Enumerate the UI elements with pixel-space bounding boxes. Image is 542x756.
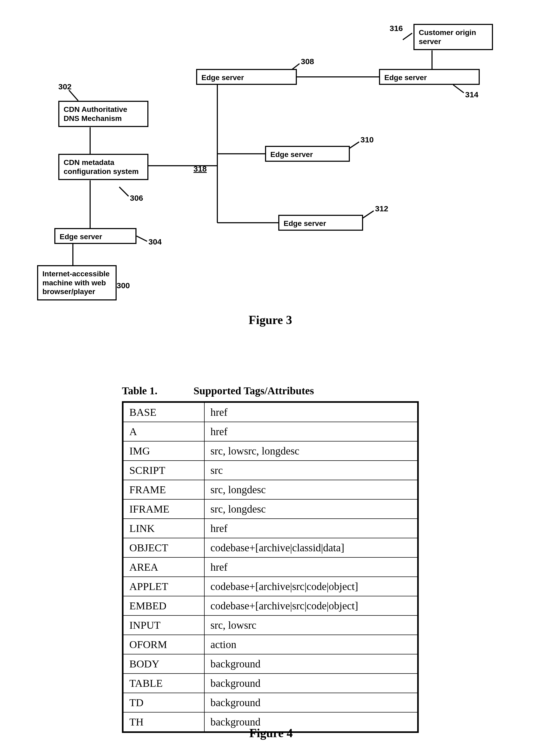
table-row: SCRIPTsrc [123, 461, 418, 480]
cell-attrs: background [204, 693, 418, 712]
table-row: BASEhref [123, 402, 418, 422]
cell-attrs: codebase+[archive|src|code|object] [204, 577, 418, 596]
box-edge-304: Edge server [54, 228, 137, 244]
cell-attrs: codebase+[archive|classid|data] [204, 538, 418, 557]
cell-attrs: codebase+[archive|src|code|object] [204, 596, 418, 615]
cell-tag: BODY [123, 654, 204, 674]
ref-312: 312 [375, 204, 388, 213]
cell-tag: IMG [123, 441, 204, 461]
box-edge-308-text: Edge server [202, 73, 244, 82]
ref-302: 302 [58, 82, 72, 91]
table-row: APPLETcodebase+[archive|src|code|object] [123, 577, 418, 596]
box-edge-312: Edge server [278, 215, 363, 231]
cell-attrs: href [204, 402, 418, 422]
table-row: FRAMEsrc, longdesc [123, 480, 418, 499]
box-origin-text: Customer origin server [419, 28, 476, 46]
box-edge-312-text: Edge server [283, 219, 326, 228]
cell-tag: APPLET [123, 577, 204, 596]
table-row: BODYbackground [123, 654, 418, 674]
box-client: Internet-accessible machine with web bro… [37, 265, 117, 300]
table-row: OBJECTcodebase+[archive|classid|data] [123, 538, 418, 557]
cell-tag: EMBED [123, 596, 204, 615]
cell-attrs: src [204, 461, 418, 480]
table-row: Ahref [123, 422, 418, 441]
ref-304: 304 [149, 237, 162, 246]
svg-line-12 [119, 187, 129, 196]
cell-tag: BASE [123, 402, 204, 422]
ref-308: 308 [301, 57, 314, 66]
box-edge-314: Edge server [379, 69, 480, 85]
table-row: AREAhref [123, 557, 418, 577]
figure3-diagram: CDN Authoritative DNS Mechanism 302 CDN … [32, 32, 509, 324]
box-cdn-metadata: CDN metadata configuration system [58, 154, 149, 180]
cell-tag: LINK [123, 519, 204, 538]
cell-attrs: background [204, 712, 418, 732]
cell-attrs: background [204, 654, 418, 674]
cell-attrs: src, lowsrc, longdesc [204, 441, 418, 461]
table-body: BASEhrefAhrefIMGsrc, lowsrc, longdescSCR… [123, 402, 418, 732]
ref-314: 314 [465, 90, 478, 99]
box-cdn-metadata-text: CDN metadata configuration system [64, 158, 139, 176]
cell-tag: A [123, 422, 204, 441]
table-caption-label: Table 1. [122, 384, 191, 397]
cell-tag: IFRAME [123, 499, 204, 519]
box-edge-310-text: Edge server [271, 150, 313, 159]
svg-line-10 [137, 236, 147, 241]
cell-tag: FRAME [123, 480, 204, 499]
box-edge-314-text: Edge server [384, 73, 427, 82]
box-cdn-dns: CDN Authoritative DNS Mechanism [58, 101, 149, 127]
cell-attrs: href [204, 422, 418, 441]
supported-tags-table: BASEhrefAhrefIMGsrc, lowsrc, longdescSCR… [122, 401, 419, 733]
cell-tag: OFORM [123, 635, 204, 654]
cell-tag: OBJECT [123, 538, 204, 557]
figure4-section: Table 1. Supported Tags/Attributes BASEh… [122, 384, 419, 733]
ref-306: 306 [130, 194, 143, 203]
cell-tag: TH [123, 712, 204, 732]
figure3-title: Figure 3 [231, 313, 310, 327]
table-row: TDbackground [123, 693, 418, 712]
cell-tag: TD [123, 693, 204, 712]
figure4-title: Figure 4 [250, 726, 293, 740]
cell-tag: TABLE [123, 674, 204, 693]
box-origin: Customer origin server [413, 24, 493, 50]
cell-attrs: action [204, 635, 418, 654]
ref-318: 318 [194, 164, 207, 173]
cell-attrs: href [204, 557, 418, 577]
box-edge-308: Edge server [196, 69, 297, 85]
cell-attrs: src, longdesc [204, 480, 418, 499]
svg-line-17 [403, 33, 412, 40]
svg-line-16 [453, 85, 464, 93]
table-row: INPUTsrc, lowsrc [123, 615, 418, 635]
cell-attrs: src, longdesc [204, 499, 418, 519]
svg-line-9 [69, 90, 78, 101]
svg-line-15 [362, 211, 374, 219]
box-cdn-dns-text: CDN Authoritative DNS Mechanism [64, 105, 127, 123]
ref-300: 300 [117, 281, 130, 290]
ref-316: 316 [390, 24, 403, 33]
table-row: EMBEDcodebase+[archive|src|code|object] [123, 596, 418, 615]
cell-tag: INPUT [123, 615, 204, 635]
page: CDN Authoritative DNS Mechanism 302 CDN … [0, 0, 542, 756]
table-row: TABLEbackground [123, 674, 418, 693]
cell-attrs: href [204, 519, 418, 538]
box-edge-310: Edge server [265, 146, 350, 162]
table-row: OFORMaction [123, 635, 418, 654]
table-row: LINKhref [123, 519, 418, 538]
cell-attrs: background [204, 674, 418, 693]
cell-tag: AREA [123, 557, 204, 577]
table-row: IFRAMEsrc, longdesc [123, 499, 418, 519]
ref-310: 310 [360, 135, 374, 144]
table-row: IMGsrc, lowsrc, longdesc [123, 441, 418, 461]
table-caption: Table 1. Supported Tags/Attributes [122, 384, 419, 397]
cell-tag: SCRIPT [123, 461, 204, 480]
box-edge-304-text: Edge server [60, 233, 102, 241]
table-caption-title: Supported Tags/Attributes [194, 385, 314, 397]
cell-attrs: src, lowsrc [204, 615, 418, 635]
box-client-text: Internet-accessible machine with web bro… [42, 270, 110, 296]
